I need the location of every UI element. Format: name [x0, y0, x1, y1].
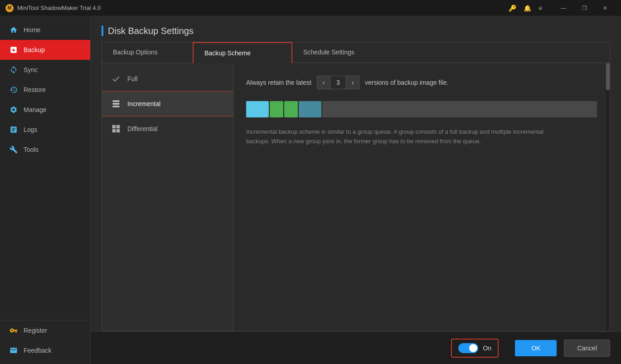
version-decrement-button[interactable]: ‹ — [317, 76, 330, 89]
svg-rect-2 — [113, 106, 120, 107]
header-accent-bar — [102, 25, 103, 36]
toggle-container: On — [451, 339, 499, 358]
scheme-item-full[interactable]: Full — [102, 67, 233, 91]
scheme-item-incremental[interactable]: Incremental — [102, 91, 233, 116]
sidebar-label-feedback: Feedback — [24, 347, 51, 354]
dialog-body: Full Incremental Differential — [102, 63, 610, 331]
scheme-label-differential: Differential — [127, 125, 158, 132]
menu-icon[interactable]: ≡ — [539, 5, 542, 12]
toggle-knob — [469, 344, 477, 352]
toggle-switch[interactable] — [458, 343, 478, 353]
svg-rect-4 — [116, 125, 120, 129]
tab-schedule-settings[interactable]: Schedule Settings — [292, 42, 365, 63]
tab-backup-scheme[interactable]: Backup Scheme — [193, 42, 292, 63]
page-header: Disk Backup Settings — [91, 16, 621, 42]
svg-rect-3 — [112, 125, 116, 129]
bell-icon[interactable]: 🔔 — [524, 5, 531, 12]
scrollbar-thumb[interactable] — [606, 63, 610, 90]
sidebar-label-manage: Manage — [24, 106, 47, 113]
sync-icon — [9, 65, 18, 74]
restore-icon — [9, 85, 18, 94]
bar-full — [246, 101, 269, 117]
version-suffix: versions of backup image file. — [365, 79, 448, 86]
svg-rect-0 — [113, 101, 120, 102]
sidebar-label-restore: Restore — [24, 86, 46, 93]
sidebar-label-sync: Sync — [24, 66, 38, 73]
sidebar-item-tools[interactable]: Tools — [0, 140, 90, 160]
retain-label: Always retain the latest — [246, 79, 311, 86]
manage-icon — [9, 105, 18, 114]
title-bar-controls: 🔑 🔔 ≡ — ❐ ✕ — [509, 0, 616, 16]
sidebar-item-manage[interactable]: Manage — [0, 100, 90, 120]
app-logo: M — [5, 4, 14, 12]
sidebar-label-tools: Tools — [24, 146, 39, 153]
sidebar-item-sync[interactable]: Sync — [0, 60, 90, 80]
title-bar-left: M MiniTool ShadowMaker Trial 4.0 — [5, 4, 101, 12]
close-button[interactable]: ✕ — [595, 0, 616, 16]
sidebar-item-restore[interactable]: Restore — [0, 80, 90, 100]
version-increment-button[interactable]: › — [346, 76, 359, 89]
app-title: MiniTool ShadowMaker Trial 4.0 — [17, 5, 101, 11]
key-titlebar-icon[interactable]: 🔑 — [509, 5, 516, 12]
bottom-bar: On OK Cancel — [91, 331, 621, 364]
scheme-detail: Always retain the latest ‹ 3 › versions … — [233, 63, 610, 331]
sidebar-item-logs[interactable]: Logs — [0, 120, 90, 140]
sidebar-item-register[interactable]: Register — [0, 320, 90, 340]
scheme-item-differential[interactable]: Differential — [102, 116, 233, 141]
mail-icon — [9, 346, 18, 355]
sidebar: Home Backup Sync Restore Manage — [0, 16, 91, 364]
scheme-description: Incremental backup scheme is similar to … — [246, 127, 563, 146]
scheme-label-full: Full — [127, 75, 138, 83]
content-area: Disk Backup Settings Backup Options Back… — [91, 16, 621, 364]
svg-rect-6 — [116, 129, 120, 133]
title-bar: M MiniTool ShadowMaker Trial 4.0 🔑 🔔 ≡ —… — [0, 0, 621, 16]
scrollbar-track[interactable] — [606, 63, 610, 331]
minimize-button[interactable]: — — [553, 0, 574, 16]
key-icon — [9, 326, 18, 335]
svg-rect-1 — [113, 103, 120, 104]
logs-icon — [9, 125, 18, 134]
incremental-backup-icon — [111, 99, 121, 109]
full-backup-icon — [111, 74, 121, 84]
scheme-list: Full Incremental Differential — [102, 63, 233, 331]
sidebar-item-home[interactable]: Home — [0, 20, 90, 40]
bar-inc2 — [284, 101, 298, 117]
bar-empty — [322, 101, 597, 117]
sidebar-item-backup[interactable]: Backup — [0, 40, 90, 60]
dialog-content: Backup Options Backup Scheme Schedule Se… — [102, 42, 610, 331]
tabs-row: Backup Options Backup Scheme Schedule Se… — [102, 42, 610, 63]
retain-row: Always retain the latest ‹ 3 › versions … — [246, 76, 597, 89]
scheme-label-incremental: Incremental — [127, 100, 160, 107]
bar-inc3 — [299, 101, 321, 117]
sidebar-label-logs: Logs — [24, 126, 37, 133]
main-layout: Home Backup Sync Restore Manage — [0, 16, 621, 364]
svg-rect-5 — [112, 129, 116, 133]
window-controls: — ❐ ✕ — [553, 0, 616, 16]
backup-icon — [9, 45, 18, 54]
differential-backup-icon — [111, 124, 121, 134]
sidebar-label-register: Register — [24, 327, 47, 334]
tab-backup-options[interactable]: Backup Options — [102, 42, 193, 63]
cancel-button[interactable]: Cancel — [564, 340, 610, 357]
page-title: Disk Backup Settings — [108, 26, 194, 36]
tools-icon — [9, 145, 18, 154]
ok-button[interactable]: OK — [515, 340, 557, 356]
sidebar-label-home: Home — [24, 26, 40, 34]
sidebar-label-backup: Backup — [24, 46, 45, 53]
backup-bar-visualization — [246, 100, 597, 118]
home-icon — [9, 25, 18, 34]
toggle-label: On — [483, 345, 491, 352]
sidebar-item-feedback[interactable]: Feedback — [0, 340, 90, 360]
bar-inc1 — [270, 101, 283, 117]
version-control: ‹ 3 › — [317, 76, 359, 89]
version-value: 3 — [330, 76, 346, 89]
maximize-button[interactable]: ❐ — [574, 0, 595, 16]
sidebar-bottom: Register Feedback — [0, 320, 90, 364]
